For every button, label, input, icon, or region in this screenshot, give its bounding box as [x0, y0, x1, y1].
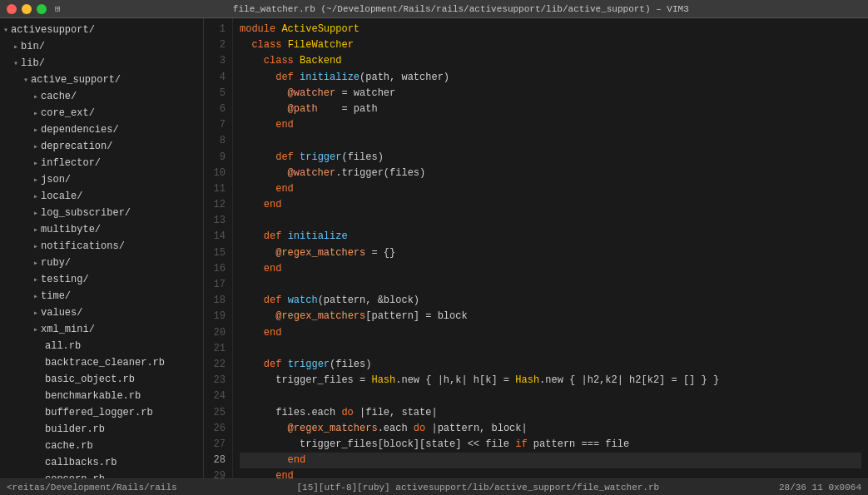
- code-token: [240, 119, 275, 131]
- arrow-icon: ▸: [33, 174, 38, 186]
- code-token: pattern === file: [528, 438, 629, 450]
- code-token: end: [288, 454, 306, 466]
- code-line: @watcher.trigger(files): [240, 166, 861, 181]
- file-tree[interactable]: ▾ activesupport/▸ bin/▾ lib/▾ active_sup…: [0, 18, 204, 478]
- code-token: class: [264, 55, 294, 67]
- item-label: activesupport/: [11, 22, 95, 37]
- file-item[interactable]: callbacks.rb: [0, 454, 203, 471]
- code-token: trigger_files =: [240, 374, 371, 386]
- line-number: 10: [207, 166, 226, 181]
- code-token: @path: [288, 103, 318, 115]
- code-token: @regex_matchers: [275, 247, 365, 259]
- folder-item[interactable]: ▾ activesupport/: [0, 22, 203, 38]
- code-token: [240, 55, 264, 67]
- folder-item[interactable]: ▸ xml_mini/: [0, 321, 203, 338]
- line-number: 14: [207, 229, 226, 245]
- line-number: 18: [207, 293, 226, 309]
- code-line: trigger_files[block][state] << file if p…: [240, 437, 861, 453]
- folder-item[interactable]: ▸ cache/: [0, 88, 203, 105]
- file-item[interactable]: benchmarkable.rb: [0, 388, 203, 404]
- item-label: json/: [41, 172, 71, 187]
- code-line: @path = path: [240, 101, 861, 117]
- code-token: (pattern, &block): [318, 295, 419, 306]
- item-label: cache.rb: [45, 438, 93, 453]
- folder-item[interactable]: ▸ locale/: [0, 188, 203, 205]
- file-item[interactable]: concern.rb: [0, 471, 203, 478]
- item-label: basic_object.rb: [45, 372, 135, 387]
- code-line: end: [240, 117, 861, 133]
- folder-item[interactable]: ▸ time/: [0, 288, 203, 304]
- line-number: 2: [207, 37, 226, 53]
- code-token: @regex_matchers: [275, 310, 365, 322]
- folder-item[interactable]: ▸ testing/: [0, 271, 203, 288]
- file-item[interactable]: all.rb: [0, 338, 203, 354]
- file-item[interactable]: buffered_logger.rb: [0, 404, 203, 421]
- folder-item[interactable]: ▸ core_ext/: [0, 105, 203, 121]
- folder-item[interactable]: ▸ dependencies/: [0, 121, 203, 138]
- code-token: trigger_files[block][state] << file: [240, 438, 515, 450]
- folder-item[interactable]: ▸ log_subscriber/: [0, 205, 203, 221]
- code-token: = watcher: [335, 87, 395, 99]
- code-token: [240, 39, 251, 51]
- item-label: callbacks.rb: [45, 455, 117, 470]
- line-number: 8: [207, 133, 226, 149]
- folder-item[interactable]: ▾ active_support/: [0, 72, 203, 88]
- minimize-button[interactable]: [22, 4, 32, 14]
- statusbar-right: 28/36 11 0x0064: [779, 483, 861, 493]
- code-token: @watcher: [288, 167, 336, 179]
- code-token: = {}: [365, 247, 395, 259]
- folder-item[interactable]: ▸ ruby/: [0, 255, 203, 271]
- line-number: 4: [207, 70, 226, 86]
- line-number: 3: [207, 53, 226, 69]
- line-number: 17: [207, 277, 226, 293]
- code-token: [240, 183, 275, 195]
- line-number: 11: [207, 181, 226, 197]
- arrow-icon: ▸: [33, 157, 38, 170]
- code-token: .new { |h,k| h[k] =: [395, 374, 515, 386]
- code-token: [240, 310, 275, 322]
- folder-item[interactable]: ▸ multibyte/: [0, 221, 203, 238]
- statusbar-middle: [15][utf-8][ruby] activesupport/lib/acti…: [177, 483, 779, 493]
- code-token: def: [275, 72, 294, 83]
- folder-item[interactable]: ▸ values/: [0, 304, 203, 321]
- arrow-icon: ▸: [13, 41, 18, 53]
- code-token: files.each: [240, 407, 341, 418]
- code-token: def: [275, 151, 294, 163]
- file-item[interactable]: builder.rb: [0, 421, 203, 438]
- code-token: [281, 359, 287, 370]
- item-label: xml_mini/: [41, 322, 95, 337]
- code-content[interactable]: module ActiveSupport class FileWatcher c…: [233, 18, 868, 478]
- folder-item[interactable]: ▸ notifications/: [0, 238, 203, 255]
- code-token: [281, 39, 287, 51]
- folder-item[interactable]: ▸ deprecation/: [0, 138, 203, 155]
- code-token: FileWatcher: [288, 39, 354, 51]
- code-token: Backend: [300, 55, 341, 67]
- file-item[interactable]: cache.rb: [0, 438, 203, 454]
- file-icon: ⊞: [55, 3, 61, 14]
- file-item[interactable]: basic_object.rb: [0, 371, 203, 388]
- code-token: |file, state|: [354, 407, 438, 418]
- item-label: inflector/: [41, 156, 101, 171]
- code-line: def trigger(files): [240, 150, 861, 166]
- folder-item[interactable]: ▸ json/: [0, 171, 203, 188]
- arrow-icon: ▸: [33, 324, 38, 336]
- folder-item[interactable]: ▸ inflector/: [0, 155, 203, 171]
- close-button[interactable]: [7, 4, 17, 14]
- code-line: module ActiveSupport: [240, 22, 861, 37]
- folder-item[interactable]: ▾ lib/: [0, 55, 203, 72]
- folder-item[interactable]: ▸ bin/: [0, 38, 203, 55]
- code-line: end: [240, 197, 861, 213]
- line-number: 13: [207, 213, 226, 229]
- arrow-icon: ▸: [33, 240, 38, 253]
- maximize-button[interactable]: [37, 4, 47, 14]
- code-token: initialize: [288, 230, 348, 242]
- code-token: [281, 230, 287, 242]
- arrow-icon: ▾: [23, 74, 28, 87]
- item-label: builder.rb: [45, 422, 105, 437]
- code-token: [240, 167, 288, 179]
- code-line: [240, 213, 861, 229]
- file-item[interactable]: backtrace_cleaner.rb: [0, 354, 203, 371]
- line-number: 29: [207, 468, 226, 478]
- line-number: 22: [207, 357, 226, 373]
- code-line: trigger_files = Hash.new { |h,k| h[k] = …: [240, 373, 861, 389]
